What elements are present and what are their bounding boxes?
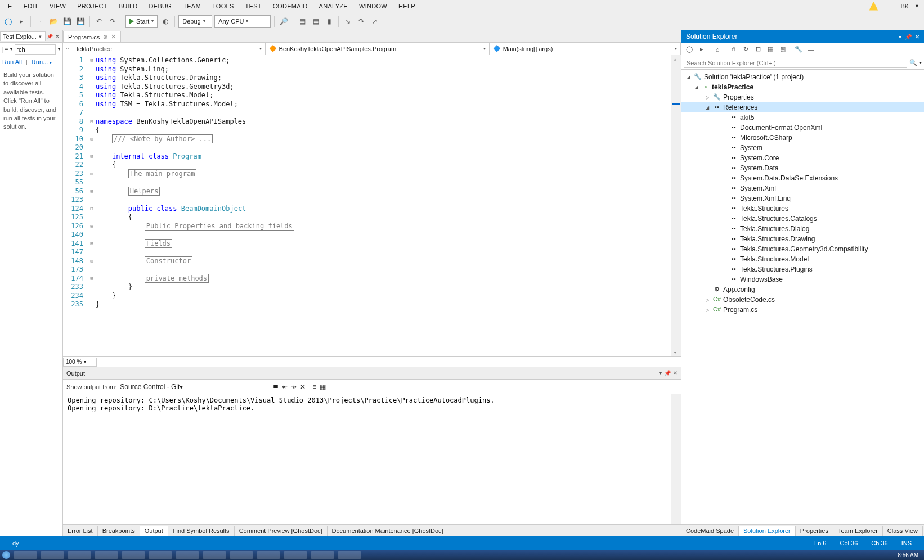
collapse-all-icon[interactable]: ⊟ [753, 45, 762, 54]
output-scrollbar[interactable] [671, 394, 681, 524]
test-explorer-tab[interactable]: Test Explo... ▾ [0, 31, 46, 41]
collapse-icon[interactable]: ▦ [320, 383, 326, 391]
nav-class[interactable]: 🔶 BenKoshyTeklaOpenAPISamples.Program▾ [266, 43, 490, 55]
bookmark-icon[interactable]: ▮ [324, 16, 335, 27]
reference-item[interactable]: ▪▪WindowsBase [681, 274, 924, 284]
notification-warning-icon[interactable] [869, 2, 878, 11]
misc-icon[interactable] [338, 551, 361, 559]
menu-project[interactable]: PROJECT [71, 2, 113, 11]
reference-item[interactable]: ▪▪System [681, 143, 924, 153]
show-all-icon[interactable]: ▦ [766, 45, 775, 54]
menu-analyze[interactable]: ANALYZE [313, 2, 353, 11]
dash-icon[interactable]: — [806, 45, 815, 54]
start-button-icon[interactable] [2, 551, 10, 559]
reference-item[interactable]: ▪▪Tekla.Structures [681, 204, 924, 214]
nav-forward-icon[interactable]: ▸ [16, 16, 27, 27]
reference-item[interactable]: ▪▪System.Data [681, 163, 924, 173]
right-tab[interactable]: Class View [883, 526, 923, 536]
refresh-icon[interactable]: ↻ [741, 45, 750, 54]
menu-test[interactable]: TEST [240, 2, 267, 11]
preview-icon[interactable]: 🔧 [794, 45, 803, 54]
clear-icon[interactable]: ✕ [300, 383, 306, 391]
platform-combo[interactable]: Any CPU▾ [214, 15, 271, 28]
reference-item[interactable]: ▪▪System.Data.DataSetExtensions [681, 173, 924, 183]
open-file-icon[interactable]: 📂 [48, 16, 59, 27]
close-icon[interactable]: ✕ [915, 34, 919, 40]
pin-icon[interactable]: 📌 [46, 34, 54, 39]
save-icon[interactable]: 💾 [61, 16, 73, 27]
word-wrap-icon[interactable]: ≡ [312, 383, 316, 391]
reference-item[interactable]: ▪▪Tekla.Structures.Drawing [681, 234, 924, 244]
reference-item[interactable]: ▪▪Tekla.Structures.Dialog [681, 224, 924, 234]
zoom-combo[interactable]: 100 %▾ [63, 358, 97, 367]
taskbar-clock[interactable]: 8:56 AM [894, 552, 922, 558]
run-all-link[interactable]: Run All [2, 58, 22, 65]
right-tab[interactable]: Properties [796, 526, 833, 536]
properties-node[interactable]: ▷🔧Properties [681, 92, 924, 102]
menu-debug[interactable]: DEBUG [143, 2, 178, 11]
code-editor[interactable]: 1234567891020212223555612312412512614014… [63, 55, 681, 356]
program-node[interactable]: ▷C#Program.cs [681, 305, 924, 315]
step-into-icon[interactable]: ↘ [342, 16, 353, 27]
bottom-tab[interactable]: Comment Preview [GhostDoc] [235, 526, 328, 536]
reference-item[interactable]: ▪▪Microsoft.CSharp [681, 133, 924, 143]
redo-icon[interactable]: ↷ [107, 16, 118, 27]
reference-item[interactable]: ▪▪DocumentFormat.OpenXml [681, 123, 924, 133]
excel-icon[interactable] [149, 551, 172, 559]
chevron-down-icon[interactable]: ▾ [38, 34, 43, 39]
bottom-tab[interactable]: Documentation Maintenance [GhostDoc] [328, 526, 448, 536]
browser-select-icon[interactable]: ◐ [160, 16, 171, 27]
references-node[interactable]: ◢▪▪References [681, 102, 924, 112]
app-icon[interactable] [203, 551, 226, 559]
powerpoint-icon[interactable] [122, 551, 145, 559]
right-tab[interactable]: Team Explorer [833, 526, 883, 536]
nav-project[interactable]: ▫ teklaPractice▾ [63, 43, 266, 55]
right-tab[interactable]: CodeMaid Spade [681, 526, 739, 536]
reference-item[interactable]: ▪▪Tekla.Structures.Model [681, 254, 924, 264]
reference-item[interactable]: ▪▪Tekla.Structures.Catalogs [681, 214, 924, 224]
menu-team[interactable]: TEAM [177, 2, 207, 11]
firefox-icon[interactable] [176, 551, 199, 559]
windows-taskbar[interactable]: 8:56 AM [0, 550, 924, 560]
search-icon[interactable]: ▾ [58, 47, 60, 52]
output-body[interactable]: Opening repository: C:\Users\Koshy\Docum… [63, 394, 681, 524]
reference-item[interactable]: ▪▪System.Xml [681, 183, 924, 193]
menu-edit[interactable]: EDIT [18, 2, 44, 11]
user-dropdown-icon[interactable]: ▼ [914, 3, 922, 9]
bottom-tab[interactable]: Breakpoints [98, 526, 140, 536]
chevron-down-icon[interactable]: ▾ [899, 34, 901, 40]
solution-search-input[interactable] [684, 58, 907, 68]
ie-icon[interactable] [41, 551, 64, 559]
comment-icon[interactable]: ▤ [297, 16, 308, 27]
group-icon[interactable]: [≡ [2, 46, 8, 53]
nav-method[interactable]: 🔷 Main(string[] args)▾ [490, 43, 681, 55]
menu-window[interactable]: WINDOW [353, 2, 393, 11]
solution-root[interactable]: ◢🔧Solution 'teklaPractice' (1 project) [681, 72, 924, 82]
appconfig-node[interactable]: ⚙App.config [681, 284, 924, 295]
new-project-icon[interactable]: ▫ [34, 16, 46, 27]
chevron-down-icon[interactable]: ▾ [659, 370, 662, 376]
pin-icon[interactable]: 📌 [905, 34, 912, 40]
test-search-input[interactable] [15, 44, 56, 55]
step-over-icon[interactable]: ↷ [356, 16, 367, 27]
menu-view[interactable]: VIEW [44, 2, 71, 11]
home-icon[interactable]: ⌂ [713, 45, 722, 54]
close-icon[interactable]: ✕ [111, 33, 116, 40]
search-icon[interactable]: 🔍 [907, 59, 919, 66]
prev-icon[interactable]: ↞ [282, 383, 288, 391]
menu-help[interactable]: HELP [393, 2, 421, 11]
close-icon[interactable]: ✕ [54, 34, 61, 39]
back-icon[interactable]: ◯ [685, 45, 694, 54]
reference-item[interactable]: ▪▪Tekla.Structures.Plugins [681, 264, 924, 274]
reference-item[interactable]: ▪▪System.Xml.Linq [681, 193, 924, 204]
run-dropdown-icon[interactable]: ▾ [50, 60, 52, 65]
forward-icon[interactable]: ▸ [697, 45, 706, 54]
pin-icon[interactable]: ⊕ [103, 34, 107, 40]
bottom-tab[interactable]: Find Symbol Results [168, 526, 235, 536]
skype-icon[interactable] [230, 551, 253, 559]
notepad-icon[interactable] [284, 551, 307, 559]
find-icon[interactable]: 🔎 [278, 16, 289, 27]
save-all-icon[interactable]: 💾 [75, 16, 86, 27]
close-icon[interactable]: ✕ [673, 370, 678, 376]
sync-icon[interactable]: ⎙ [729, 45, 738, 54]
